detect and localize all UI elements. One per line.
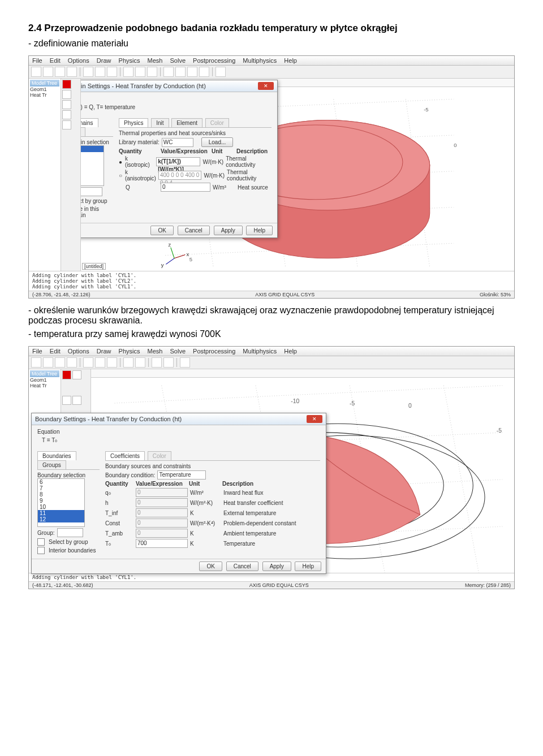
radio-k-iso[interactable]: ●	[119, 159, 123, 165]
menu-physics[interactable]: Physics	[119, 348, 140, 355]
cancel-button[interactable]: Cancel	[226, 561, 258, 571]
value-input[interactable]: 0	[136, 488, 188, 497]
list-item[interactable]: 1	[81, 146, 104, 152]
tool-new[interactable]	[31, 67, 41, 77]
group-select[interactable]	[81, 187, 102, 196]
menu-postprocessing[interactable]: Postprocessing	[193, 57, 235, 64]
tool-help[interactable]	[180, 357, 190, 368]
tool-zoom-in[interactable]	[163, 67, 174, 77]
tool-mesh[interactable]	[123, 67, 133, 77]
library-material-select[interactable]: WC	[162, 138, 193, 147]
menu-mesh[interactable]: Mesh	[148, 57, 163, 64]
bc-select[interactable]: Temperature	[157, 470, 206, 479]
menu-mesh[interactable]: Mesh	[148, 348, 163, 355]
tool-rotate[interactable]	[199, 67, 209, 77]
boundary-list[interactable]: 6 7 8 9 10 11 12	[37, 478, 85, 527]
load-button[interactable]: Load...	[201, 137, 234, 147]
menu-multiphysics[interactable]: Multiphysics	[243, 57, 277, 64]
tool-print[interactable]	[67, 67, 77, 77]
menu-options[interactable]: Options	[68, 348, 89, 355]
k-aniso-input[interactable]: 400 0 0 0 400 0 0 0 4	[158, 171, 202, 180]
sidetool-3[interactable]	[62, 100, 71, 109]
tool-copy[interactable]	[95, 357, 105, 368]
ok-button[interactable]: OK	[199, 561, 222, 571]
menu-edit[interactable]: Edit	[50, 348, 61, 355]
value-input[interactable]: 0	[136, 529, 188, 538]
tool-help[interactable]	[216, 67, 226, 77]
close-icon[interactable]: ✕	[258, 82, 274, 90]
menu-physics[interactable]: Physics	[119, 57, 140, 64]
cancel-button[interactable]: Cancel	[178, 226, 210, 235]
tree-item-heat[interactable]: Heat Tr	[30, 92, 59, 98]
tool-save[interactable]	[55, 67, 65, 77]
help-button[interactable]: Help	[246, 226, 273, 235]
tool-zoom-out[interactable]	[175, 67, 186, 77]
tab-color[interactable]: Color	[148, 451, 171, 460]
tool-refine[interactable]	[135, 67, 145, 77]
tree-item-geom[interactable]: Geom1	[30, 87, 59, 92]
close-icon[interactable]: ✕	[307, 415, 322, 423]
list-item[interactable]: 10	[38, 504, 84, 510]
sidetool-3[interactable]	[62, 396, 71, 405]
menu-help[interactable]: Help	[284, 57, 297, 64]
menu-multiphysics[interactable]: Multiphysics	[243, 348, 277, 355]
tool-solve[interactable]	[135, 357, 145, 368]
interior-checkbox[interactable]	[37, 547, 45, 554]
tab-physics[interactable]: Physics	[119, 118, 148, 127]
list-item[interactable]: 8	[38, 491, 84, 498]
sidetool-2[interactable]	[62, 90, 71, 99]
value-input[interactable]: 700	[136, 539, 188, 548]
list-item[interactable]: 12	[38, 516, 84, 522]
value-input[interactable]: 0	[136, 519, 188, 528]
tab-groups[interactable]: Groups	[81, 127, 85, 136]
group-select[interactable]	[57, 528, 83, 537]
tab-boundaries[interactable]: Boundaries	[37, 451, 76, 460]
list-item[interactable]: 7	[38, 485, 84, 491]
tool-cut[interactable]	[83, 357, 93, 368]
list-item[interactable]: 11	[38, 510, 84, 516]
list-item[interactable]: 6	[38, 479, 84, 485]
sidetool-4[interactable]	[62, 110, 71, 119]
tool-mesh[interactable]	[123, 357, 133, 368]
ok-button[interactable]: OK	[150, 226, 173, 235]
list-item[interactable]: 2	[81, 152, 104, 158]
tool-new[interactable]	[31, 357, 41, 368]
tab-coefficients[interactable]: Coefficients	[105, 451, 145, 460]
tool-rotate[interactable]	[163, 357, 174, 368]
sidetool-select[interactable]	[62, 80, 71, 89]
tool-open[interactable]	[43, 67, 53, 77]
menu-edit[interactable]: Edit	[50, 57, 61, 64]
apply-button[interactable]: Apply	[214, 226, 243, 235]
tool-paste[interactable]	[107, 67, 117, 77]
select-by-group-checkbox[interactable]	[37, 538, 45, 546]
value-input[interactable]: 0	[136, 498, 188, 507]
tab-color[interactable]: Color	[205, 118, 229, 127]
help-button[interactable]: Help	[295, 561, 321, 571]
tool-solve[interactable]	[147, 67, 157, 77]
tool-cut[interactable]	[83, 67, 93, 77]
untitled-tab[interactable]: [untitled]	[82, 263, 106, 270]
tool-paste[interactable]	[107, 357, 117, 368]
tool-copy[interactable]	[95, 67, 105, 77]
subdomain-list[interactable]: 1 2	[81, 145, 104, 186]
radio-k-aniso[interactable]: ○	[119, 172, 123, 179]
tree-item-heat[interactable]: Heat Tr	[30, 383, 59, 388]
sidetool-2[interactable]	[72, 370, 81, 379]
menu-draw[interactable]: Draw	[97, 57, 111, 64]
q-input[interactable]: 0	[161, 183, 210, 192]
tool-zoom[interactable]	[152, 357, 162, 368]
tool-save[interactable]	[55, 357, 65, 368]
menu-file[interactable]: File	[32, 57, 42, 64]
tab-groups[interactable]: Groups	[37, 460, 66, 469]
sidetool-5[interactable]	[62, 120, 71, 129]
k-iso-input[interactable]: k(T[1/K])[W/(m*K)]	[156, 157, 200, 166]
menu-draw[interactable]: Draw	[97, 348, 111, 355]
sidetool-1[interactable]	[62, 370, 71, 379]
tab-init[interactable]: Init	[151, 118, 169, 127]
menu-solve[interactable]: Solve	[170, 57, 186, 64]
menu-help[interactable]: Help	[284, 348, 297, 355]
menu-options[interactable]: Options	[68, 57, 89, 64]
menu-file[interactable]: File	[32, 348, 42, 355]
list-item[interactable]: 9	[38, 498, 84, 504]
menu-solve[interactable]: Solve	[170, 348, 186, 355]
